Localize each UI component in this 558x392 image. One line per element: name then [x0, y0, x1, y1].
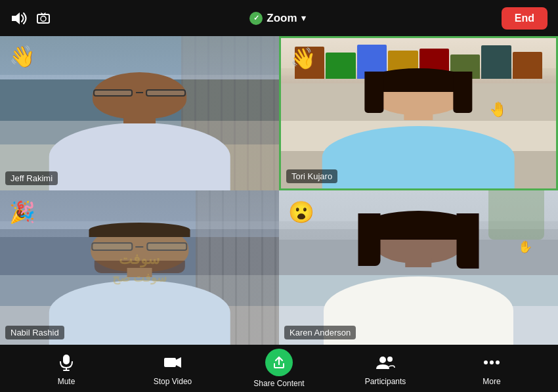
svg-point-9 — [379, 357, 386, 363]
name-tori: Tori Kujaro — [286, 169, 337, 183]
participants-label: Participants — [365, 377, 406, 386]
video-cell-karen: ✋ 😮 Karen Anderson — [279, 190, 558, 345]
participants-button[interactable]: Participants — [359, 351, 412, 386]
video-icon — [161, 351, 184, 374]
share-icon — [265, 349, 293, 376]
svg-point-10 — [387, 357, 393, 362]
name-karen: Karen Anderson — [284, 326, 356, 339]
camera-icon[interactable] — [37, 11, 54, 26]
emoji-jeff: 👋 — [9, 44, 35, 69]
svg-rect-3 — [63, 355, 70, 364]
name-jeff: Jeff Rakimi — [5, 171, 58, 185]
volume-icon[interactable] — [11, 11, 28, 26]
emoji-karen: 😮 — [288, 200, 314, 225]
mute-label: Mute — [58, 377, 75, 386]
stop-video-label: Stop Video — [154, 377, 192, 386]
dots-icon — [480, 351, 504, 374]
mic-icon — [54, 351, 78, 374]
stop-video-button[interactable]: Stop Video — [146, 351, 199, 386]
svg-marker-0 — [12, 12, 20, 24]
video-cell-jeff: 👋 Jeff Rakimi — [0, 36, 279, 190]
svg-marker-7 — [176, 357, 181, 368]
zoom-title: Zoom — [267, 12, 297, 25]
emoji-tori: 👋 — [290, 46, 316, 71]
people-icon — [374, 351, 397, 374]
chevron-down-icon: ▾ — [301, 13, 306, 23]
video-cell-nabil: سوفت سوفت صح 🎉 Nabil Rashid — [0, 190, 279, 345]
svg-point-11 — [484, 360, 488, 364]
mute-button[interactable]: Mute — [40, 351, 93, 386]
video-cell-tori: 🤚 👋 Tori Kujaro — [279, 36, 558, 190]
header-left — [11, 11, 54, 26]
share-content-button[interactable]: Share Content — [253, 349, 305, 388]
svg-point-12 — [490, 360, 494, 364]
more-label: More — [483, 377, 500, 386]
video-grid: 👋 Jeff Rakimi 🤚 👋 Tor — [0, 36, 558, 345]
end-button[interactable]: End — [502, 7, 547, 30]
zoom-title-area[interactable]: ✓ Zoom ▾ — [249, 12, 305, 25]
name-nabil: Nabil Rashid — [5, 326, 64, 339]
zoom-shield-icon: ✓ — [249, 12, 263, 25]
share-content-label: Share Content — [253, 379, 304, 388]
toolbar: Mute Stop Video Share Content — [0, 345, 558, 392]
svg-point-2 — [41, 16, 46, 21]
header: ✓ Zoom ▾ End — [0, 0, 558, 36]
svg-rect-6 — [164, 358, 176, 367]
emoji-nabil: 🎉 — [9, 200, 35, 225]
svg-point-13 — [496, 360, 500, 364]
more-button[interactable]: More — [465, 351, 518, 386]
